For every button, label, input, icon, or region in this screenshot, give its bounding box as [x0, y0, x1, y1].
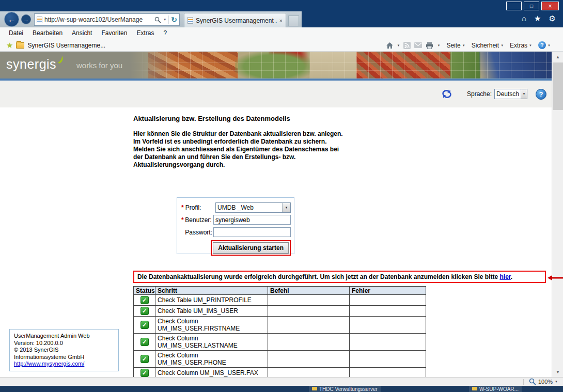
- tab-page-icon: [187, 17, 193, 24]
- forward-button[interactable]: →: [21, 14, 31, 24]
- menu-datei[interactable]: Datei: [4, 29, 28, 37]
- close-button[interactable]: ×: [541, 2, 559, 10]
- befehl-cell: [268, 317, 350, 334]
- table-row: ✓ Check Column UM_IMS_USER.PHONE: [134, 351, 426, 368]
- maximize-button[interactable]: □: [524, 2, 539, 10]
- page-help-icon[interactable]: ?: [536, 89, 546, 100]
- home-icon[interactable]: ⌂: [522, 14, 526, 23]
- extras-menu[interactable]: Extras▼: [510, 42, 532, 49]
- synergis-link[interactable]: http://www.mysynergis.com/: [14, 360, 84, 367]
- address-dropdown-icon[interactable]: ▼: [163, 18, 166, 21]
- taskbar-item[interactable]: THDC Verwaltungsserver: [309, 386, 381, 392]
- forward-arrow-icon: →: [23, 17, 29, 23]
- zoom-level: 100%: [538, 379, 553, 385]
- schritt-cell: Check Column UM_IMS_USER.FAX: [155, 368, 268, 378]
- tab-close-icon[interactable]: ×: [279, 18, 283, 24]
- menu-bearbeiten[interactable]: Bearbeiten: [28, 29, 67, 37]
- language-select[interactable]: Deutsch ▼: [494, 89, 527, 99]
- language-label: Sprache:: [467, 90, 492, 98]
- table-row: ✓ Check Column UM_IMS_USER.FAX: [134, 368, 426, 378]
- print-dropdown-icon[interactable]: ▼: [437, 44, 440, 47]
- add-favorite-star-icon[interactable]: ★: [6, 41, 13, 50]
- copyright: © 2013 SynerGIS: [14, 347, 114, 354]
- print-icon[interactable]: [426, 42, 433, 49]
- browser-tab[interactable]: SynerGIS Usermanagement ... ×: [184, 13, 286, 27]
- start-update-button[interactable]: Aktualisierung starten: [213, 242, 289, 254]
- help-icon: ?: [538, 41, 546, 49]
- seite-dropdown-icon: ▼: [462, 44, 465, 47]
- success-text: Die Datenbankaktualisierung wurde erfolg…: [137, 273, 500, 280]
- sicherheit-dropdown-icon: ▼: [501, 44, 504, 47]
- search-icon[interactable]: [154, 17, 161, 23]
- folder-icon: [312, 387, 317, 390]
- fehler-cell: [350, 334, 426, 351]
- home-dropdown-icon[interactable]: ▼: [397, 44, 400, 47]
- update-form: * Profil: UMDB _Web ▼ * Benutzer: * Pass…: [177, 197, 294, 254]
- read-mail-icon[interactable]: [414, 42, 422, 48]
- schritt-cell: Check Column UM_IMS_USER.PHONE: [155, 351, 268, 368]
- back-button[interactable]: ←: [4, 12, 19, 27]
- separator: [168, 15, 169, 24]
- menu-ansicht[interactable]: Ansicht: [67, 29, 97, 37]
- zoom-icon: [529, 378, 536, 385]
- address-text[interactable]: http://w-sup-woarc102/UserManage: [44, 16, 152, 23]
- navigation-bar: ← → http://w-sup-woarc102/UserManage ▼ ↻…: [0, 11, 563, 27]
- home-page-icon[interactable]: [386, 42, 394, 49]
- befehl-cell: [268, 334, 350, 351]
- results-table-container: Status Schritt Befehl Fehler ✓ Check Tab…: [133, 286, 428, 377]
- rss-feed-icon[interactable]: [403, 42, 411, 49]
- logo-tagline: works for you: [76, 61, 122, 70]
- maximize-icon: □: [530, 3, 533, 9]
- taskbar-item-label: THDC Verwaltungsserver: [319, 386, 378, 392]
- zoom-control[interactable]: 100% ▼: [529, 378, 558, 385]
- sicherheit-label: Sicherheit: [472, 42, 499, 49]
- check-ok-icon: ✓: [140, 321, 149, 329]
- menu-bar: Datei Bearbeiten Ansicht Favoriten Extra…: [0, 27, 563, 39]
- zoom-dropdown-icon: ▼: [555, 380, 558, 383]
- profil-select[interactable]: UMDB _Web ▼: [215, 202, 291, 213]
- app-version: Version: 10.200.0.0: [14, 340, 114, 347]
- fehler-cell: [350, 368, 426, 378]
- caption-buttons: _ □ ×: [506, 2, 559, 10]
- menu-hilfe[interactable]: ?: [159, 29, 171, 37]
- title-bar: _ □ ×: [0, 0, 563, 11]
- hier-link[interactable]: hier: [500, 273, 511, 280]
- sicherheit-menu[interactable]: Sicherheit▼: [472, 42, 504, 49]
- check-ok-icon: ✓: [140, 369, 149, 377]
- befehl-header: Befehl: [268, 287, 350, 295]
- logo-leaf-icon: [57, 55, 65, 66]
- taskbar-item-label: W-SUP-WOAR...: [479, 386, 519, 392]
- extras-label: Extras: [510, 42, 527, 49]
- success-suffix: .: [511, 273, 512, 280]
- select-arrow-icon: ▼: [282, 203, 290, 212]
- scrollbar-thumb[interactable]: [553, 62, 563, 110]
- benutzer-input[interactable]: [213, 215, 291, 225]
- seite-menu[interactable]: Seite▼: [446, 42, 465, 49]
- annotation-highlight: Aktualisierung starten: [211, 240, 291, 256]
- select-arrow-icon: ▼: [521, 89, 527, 99]
- new-tab-button[interactable]: [288, 15, 299, 26]
- favorites-item[interactable]: SynerGIS Usermanageme...: [27, 42, 105, 49]
- address-bar[interactable]: http://w-sup-woarc102/UserManage ▼ ↻: [34, 13, 180, 26]
- settings-gear-icon[interactable]: ⚙: [549, 14, 556, 23]
- seite-label: Seite: [446, 42, 460, 49]
- favorites-bar: ★ SynerGIS Usermanageme... ▼ ▼ Seite▼ Si…: [0, 39, 563, 52]
- command-bar: ▼ ▼ Seite▼ Sicherheit▼ Extras▼ ?▼: [386, 41, 551, 49]
- scroll-up-button[interactable]: ▲: [552, 52, 563, 62]
- favorites-star-icon[interactable]: ★: [534, 14, 541, 23]
- minimize-button[interactable]: _: [506, 2, 522, 10]
- refresh-icon[interactable]: ↻: [171, 15, 177, 24]
- company: Informationssysteme GmbH: [14, 354, 114, 361]
- taskbar-item[interactable]: W-SUP-WOAR...: [469, 386, 522, 392]
- help-menu[interactable]: ?▼: [538, 41, 551, 49]
- menu-extras[interactable]: Extras: [132, 29, 159, 37]
- passwort-input[interactable]: [213, 227, 291, 237]
- fehler-cell: [350, 306, 426, 317]
- menu-favoriten[interactable]: Favoriten: [97, 29, 132, 37]
- intro-text: Hier können Sie die Struktur der Datenba…: [133, 130, 347, 169]
- site-banner: synergis works for you: [0, 52, 552, 79]
- tab-title: SynerGIS Usermanagement ...: [196, 17, 277, 24]
- page-title: Aktualisierung bzw. Erstellung des Daten…: [133, 115, 290, 122]
- reload-page-icon[interactable]: [441, 89, 452, 99]
- annotation-arrow: [547, 274, 563, 283]
